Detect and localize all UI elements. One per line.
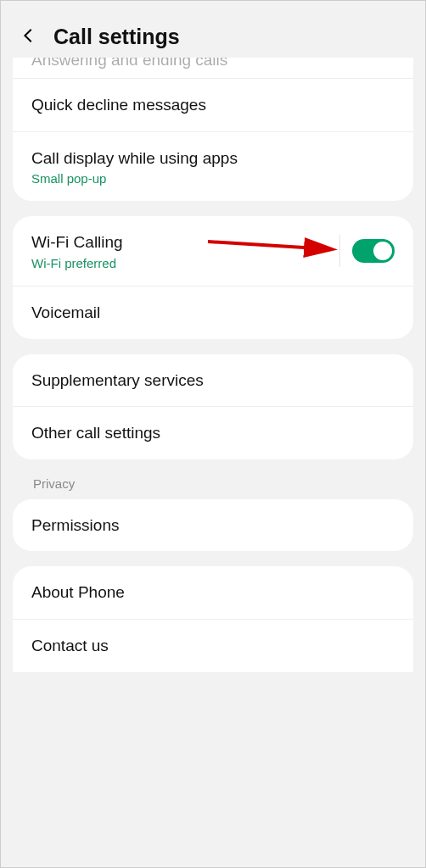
row-permissions[interactable]: Permissions: [13, 499, 413, 552]
settings-screen: Call settings Answering and ending calls…: [1, 1, 425, 867]
row-label: Wi-Fi Calling: [31, 231, 123, 253]
settings-group-1: Answering and ending calls Quick decline…: [13, 58, 413, 201]
row-label: Permissions: [31, 515, 395, 537]
wifi-calling-toggle[interactable]: [352, 239, 395, 263]
row-answering-ending[interactable]: Answering and ending calls: [13, 58, 413, 78]
row-label: Contact us: [31, 635, 395, 657]
row-label: Call display while using apps: [31, 147, 395, 170]
row-label: Supplementary services: [31, 370, 395, 392]
section-header-privacy: Privacy: [13, 475, 413, 499]
toggle-divider: [339, 235, 340, 267]
settings-group-privacy: Permissions: [13, 499, 413, 552]
annotation-arrow-icon: [204, 233, 356, 267]
row-label: Voicemail: [31, 302, 395, 324]
row-label: Answering and ending calls: [31, 58, 395, 71]
settings-group-5: About Phone Contact us: [13, 566, 413, 671]
row-wifi-calling[interactable]: Wi-Fi Calling Wi-Fi preferred: [13, 216, 413, 286]
back-icon[interactable]: [20, 26, 38, 48]
row-label: Other call settings: [31, 422, 395, 444]
settings-group-2: Wi-Fi Calling Wi-Fi preferred Voicemail: [13, 216, 413, 338]
row-call-display[interactable]: Call display while using apps Small pop-…: [13, 131, 413, 202]
row-other-call-settings[interactable]: Other call settings: [13, 406, 413, 459]
row-sublabel: Small pop-up: [31, 171, 395, 186]
row-about-phone[interactable]: About Phone: [13, 566, 413, 619]
svg-line-1: [208, 242, 331, 249]
row-voicemail[interactable]: Voicemail: [13, 286, 413, 339]
settings-group-3: Supplementary services Other call settin…: [13, 354, 413, 459]
row-label: Quick decline messages: [31, 94, 395, 116]
row-sublabel: Wi-Fi preferred: [31, 256, 123, 270]
row-label: About Phone: [31, 581, 395, 604]
row-contact-us[interactable]: Contact us: [13, 619, 413, 672]
page-title: Call settings: [53, 25, 180, 49]
row-supplementary-services[interactable]: Supplementary services: [13, 354, 413, 407]
row-quick-decline[interactable]: Quick decline messages: [13, 78, 413, 131]
